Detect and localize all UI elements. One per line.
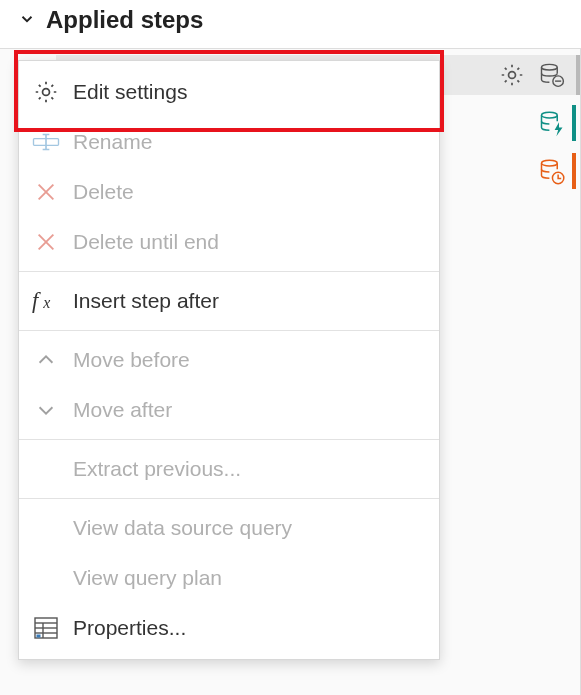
menu-separator bbox=[19, 330, 439, 331]
menu-properties-label: Properties... bbox=[73, 616, 186, 640]
menu-insert-step-after-label: Insert step after bbox=[73, 289, 219, 313]
svg-point-8 bbox=[542, 112, 558, 118]
menu-view-query-plan[interactable]: View query plan bbox=[19, 553, 439, 603]
database-remove-icon[interactable] bbox=[532, 55, 572, 95]
delete-icon bbox=[19, 181, 73, 203]
svg-point-12 bbox=[43, 89, 50, 96]
applied-steps-title: Applied steps bbox=[46, 6, 203, 34]
svg-point-10 bbox=[542, 160, 558, 166]
properties-icon bbox=[19, 615, 73, 641]
menu-edit-settings-label: Edit settings bbox=[73, 80, 187, 104]
menu-delete-until-end-label: Delete until end bbox=[73, 230, 219, 254]
chevron-down-icon bbox=[18, 6, 36, 34]
menu-move-before-label: Move before bbox=[73, 348, 190, 372]
chevron-down-icon bbox=[19, 399, 73, 421]
gear-icon bbox=[19, 79, 73, 105]
fx-icon: f x bbox=[19, 288, 73, 314]
menu-extract-previous-label: Extract previous... bbox=[73, 457, 241, 481]
svg-text:f: f bbox=[32, 288, 41, 313]
menu-move-after[interactable]: Move after bbox=[19, 385, 439, 435]
menu-rename-label: Rename bbox=[73, 130, 152, 154]
svg-point-0 bbox=[509, 72, 516, 79]
menu-view-query-plan-label: View query plan bbox=[73, 566, 222, 590]
step-settings-button[interactable] bbox=[492, 55, 532, 95]
menu-delete[interactable]: Delete bbox=[19, 167, 439, 217]
svg-point-1 bbox=[542, 64, 558, 70]
svg-rect-26 bbox=[37, 635, 41, 638]
menu-delete-until-end[interactable]: Delete until end bbox=[19, 217, 439, 267]
menu-edit-settings[interactable]: Edit settings bbox=[19, 67, 439, 117]
cache-schedule-item[interactable] bbox=[532, 151, 576, 191]
menu-extract-previous[interactable]: Extract previous... bbox=[19, 444, 439, 494]
chevron-up-icon bbox=[19, 349, 73, 371]
rename-icon bbox=[19, 130, 73, 154]
menu-move-before[interactable]: Move before bbox=[19, 335, 439, 385]
database-lightning-icon bbox=[532, 103, 572, 143]
svg-marker-9 bbox=[555, 122, 563, 136]
menu-separator bbox=[19, 439, 439, 440]
menu-separator bbox=[19, 498, 439, 499]
menu-view-data-source-query-label: View data source query bbox=[73, 516, 292, 540]
menu-insert-step-after[interactable]: f x Insert step after bbox=[19, 276, 439, 326]
side-icon-column bbox=[532, 103, 576, 191]
menu-rename[interactable]: Rename bbox=[19, 117, 439, 167]
menu-view-data-source-query[interactable]: View data source query bbox=[19, 503, 439, 553]
step-context-menu: Edit settings Rename Delete Dele bbox=[18, 60, 440, 660]
applied-steps-header[interactable]: Applied steps bbox=[0, 0, 581, 40]
svg-text:x: x bbox=[42, 294, 50, 311]
database-clock-icon bbox=[532, 151, 572, 191]
menu-separator bbox=[19, 271, 439, 272]
menu-delete-label: Delete bbox=[73, 180, 134, 204]
delete-icon bbox=[19, 231, 73, 253]
cache-lightning-item[interactable] bbox=[532, 103, 576, 143]
menu-properties[interactable]: Properties... bbox=[19, 603, 439, 653]
menu-move-after-label: Move after bbox=[73, 398, 172, 422]
